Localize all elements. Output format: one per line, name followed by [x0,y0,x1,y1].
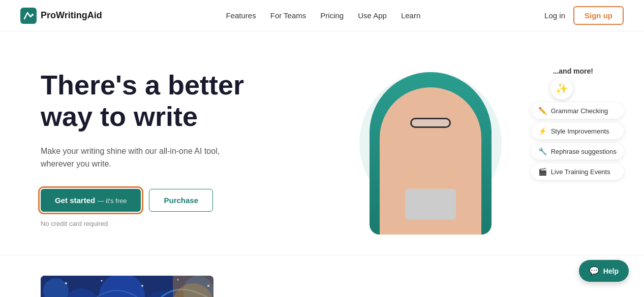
hero-title: There's a better way to write [41,69,305,132]
more-label: ...and more! [553,67,593,75]
login-button[interactable]: Log in [544,11,565,20]
no-credit-text: No credit card required [41,220,305,227]
help-chat-icon: 💬 [589,266,599,276]
hero-left: There's a better way to write Make your … [41,69,305,227]
feature-pill-training: 🎬 Live Training Events [531,163,624,180]
star-badge: ✨ [550,77,573,100]
person-laptop [405,189,456,219]
nav-links: Features For Teams Pricing Use App Learn [226,11,421,20]
get-started-button[interactable]: Get started — it's free [41,189,141,212]
hero-person-illustration [370,72,492,235]
training-icon: 🎬 [538,168,547,176]
svg-point-1 [32,14,34,16]
svg-rect-0 [20,8,37,24]
svg-point-10 [141,285,143,287]
starry-night-svg [41,276,213,297]
logo-link[interactable]: ProWritingAid [20,8,102,24]
navbar: ProWritingAid Features For Teams Pricing… [0,0,644,31]
help-button[interactable]: 💬 Help [579,260,629,282]
nav-learn[interactable]: Learn [401,11,420,20]
hero-right: ✨ ...and more! ✏️ Grammar Checking ⚡ Sty… [329,62,624,235]
bottom-image-overlay [41,276,213,297]
bottom-image [41,276,213,297]
logo-text: ProWritingAid [41,10,102,21]
bottom-text: Do you feel like your writing lets you d… [254,295,603,297]
signup-button[interactable]: Sign up [573,6,624,25]
svg-point-8 [65,282,67,284]
style-icon: ⚡ [538,127,547,135]
grammar-icon: ✏️ [538,107,547,115]
nav-for-teams[interactable]: For Teams [270,11,306,20]
svg-point-9 [101,280,103,282]
purchase-button[interactable]: Purchase [149,189,213,212]
bottom-section: Do you feel like your writing lets you d… [0,255,644,297]
logo-icon [20,8,37,24]
nav-actions: Log in Sign up [544,6,624,25]
hero-section: There's a better way to write Make your … [0,31,644,255]
feature-pill-rephrase: 🔧 Rephrase suggestions [531,143,624,159]
feature-pills: ✏️ Grammar Checking ⚡ Style Improvements… [531,103,624,180]
star-icon: ✨ [556,82,568,94]
person-face [380,87,481,235]
nav-features[interactable]: Features [226,11,256,20]
feature-pill-style: ⚡ Style Improvements [531,123,624,139]
nav-pricing[interactable]: Pricing [320,11,344,20]
nav-use-app[interactable]: Use App [358,11,387,20]
feature-pill-grammar: ✏️ Grammar Checking [531,103,624,119]
rephrase-icon: 🔧 [538,147,547,155]
bottom-heading: Do you feel like your writing lets you d… [254,295,603,297]
hero-subtitle: Make your writing shine with our all-in-… [41,145,244,171]
hero-buttons: Get started — it's free Purchase [41,189,305,212]
person-glasses [410,118,451,128]
